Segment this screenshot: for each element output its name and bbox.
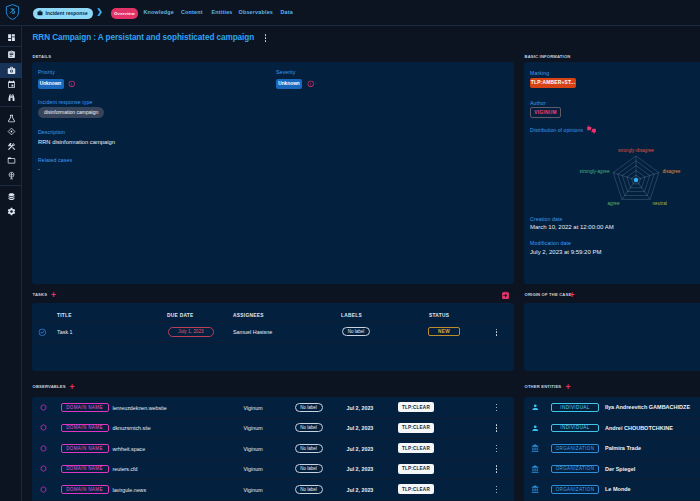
tab-overview-label: Overview	[114, 11, 135, 16]
observables-section-title: OBSERVABLES	[33, 384, 66, 389]
row-divider	[32, 500, 514, 501]
tasks-section-title: TASKS	[33, 292, 48, 297]
observable-marking-chip: TLP:CLEAR	[398, 464, 434, 474]
add-origin-button[interactable]: +	[570, 292, 575, 298]
origin-panel	[524, 303, 700, 371]
sidebar-item-events[interactable]	[0, 78, 22, 92]
observable-author: Viginum	[244, 425, 263, 431]
row-divider	[524, 500, 700, 501]
observable-date: Jul 2, 2023	[347, 425, 374, 431]
entity-row[interactable]: INDIVIDUAL Andreï CHOUBOTCHKINE	[524, 418, 700, 439]
basic-information-panel: Marking TLP:AMBER+ST... Author VIGINUM D…	[524, 62, 700, 284]
add-observable-button[interactable]: +	[70, 384, 75, 390]
hexagon-observable-icon	[40, 445, 47, 452]
binoculars-icon	[7, 93, 16, 102]
sidebar-item-settings[interactable]	[0, 204, 22, 218]
database-icon	[7, 192, 16, 201]
row-divider	[32, 342, 514, 343]
sidebar-item-locations[interactable]	[0, 169, 22, 183]
entity-row[interactable]: ORGANIZATION Le Monde	[524, 479, 700, 500]
opencti-logo-icon[interactable]	[5, 4, 20, 20]
task-row-menu-button[interactable]	[495, 329, 498, 337]
observable-row[interactable]: DOMAIN NAME wrhheit.space Viginum No lab…	[32, 438, 514, 459]
left-sidebar	[0, 26, 22, 501]
description-label: Description	[38, 129, 65, 135]
details-panel: Priority Unknown Severity Unknown Incide…	[32, 62, 514, 284]
observable-type-chip: DOMAIN NAME	[61, 465, 109, 474]
bank-icon	[531, 485, 540, 494]
observable-author: Viginum	[244, 487, 263, 493]
observable-value: lavirgule.news	[113, 487, 147, 493]
severity-value-chip: Unknown	[276, 79, 302, 89]
tasks-column-status[interactable]: STATUS	[429, 313, 449, 318]
entity-name: Palmira Trade	[605, 445, 641, 451]
related-cases-label: Related cases	[38, 157, 72, 163]
go-to-tasks-icon[interactable]	[501, 291, 510, 300]
observable-label-chip: No label	[295, 444, 323, 453]
sidebar-item-techniques[interactable]	[0, 139, 22, 153]
bank-icon	[531, 444, 540, 453]
gear-icon	[7, 207, 16, 216]
observable-row-menu-button[interactable]	[495, 404, 498, 412]
observable-value: wrhheit.space	[113, 446, 146, 452]
sidebar-item-entities[interactable]	[0, 154, 22, 168]
tasks-column-due-date[interactable]: DUE DATE	[167, 313, 194, 318]
author-chip[interactable]: VIGINUM	[530, 107, 561, 118]
sidebar-divider	[0, 46, 22, 47]
priority-info-icon[interactable]	[68, 80, 76, 88]
tasks-column-title[interactable]: TITLE	[57, 313, 72, 318]
tasks-column-assignees[interactable]: ASSIGNEES	[233, 313, 264, 318]
briefcase-icon	[7, 66, 16, 75]
add-task-button[interactable]: +	[51, 292, 56, 298]
tab-observables[interactable]: Observables	[239, 9, 274, 15]
observable-row[interactable]: DOMAIN NAME dknuzsrntch.site Viginum No …	[32, 418, 514, 439]
other-entities-section-title: OTHER ENTITIES	[525, 384, 562, 389]
tools-icon	[7, 142, 16, 151]
tab-overview[interactable]: Overview	[111, 8, 139, 19]
task-title: Task 1	[57, 329, 73, 335]
radar-label-disagree: disagree	[663, 169, 681, 174]
globe-icon	[7, 171, 16, 180]
page-title-menu-button[interactable]	[264, 34, 267, 42]
description-value: RRN disinformation campaign	[38, 139, 115, 145]
entity-row[interactable]: ORGANIZATION Der Spiegel	[524, 459, 700, 480]
sidebar-item-threats[interactable]	[0, 111, 22, 125]
observable-row[interactable]: DOMAIN NAME lenreuzdeknen.website Viginu…	[32, 397, 514, 418]
observable-date: Jul 2, 2023	[347, 487, 374, 493]
observable-date: Jul 2, 2023	[347, 466, 374, 472]
tab-data[interactable]: Data	[281, 9, 293, 15]
tasks-column-labels[interactable]: LABELS	[341, 313, 362, 318]
observable-row[interactable]: DOMAIN NAME reuters.cfd Viginum No label…	[32, 459, 514, 480]
row-divider	[32, 321, 514, 322]
observable-label-chip: No label	[295, 423, 323, 432]
observable-row-menu-button[interactable]	[495, 486, 498, 494]
sidebar-item-analyses[interactable]	[0, 48, 22, 62]
tab-entities[interactable]: Entities	[212, 9, 233, 15]
sidebar-item-observations[interactable]	[0, 91, 22, 105]
radar-grid	[613, 156, 659, 199]
sidebar-item-dashboard[interactable]	[0, 30, 22, 44]
modification-date-label: Modification date	[530, 240, 571, 246]
breadcrumb-chevron-icon: ❯	[97, 7, 103, 16]
tab-content[interactable]: Content	[181, 9, 203, 15]
sidebar-item-cases[interactable]	[0, 63, 22, 78]
entity-row[interactable]: INDIVIDUAL Ilya Andreevitch GAMBACHIDZE	[524, 397, 700, 418]
person-icon	[531, 424, 540, 433]
flask-icon	[7, 114, 16, 123]
observable-row-menu-button[interactable]	[495, 445, 498, 453]
marking-label: Marking	[530, 70, 549, 76]
tab-knowledge[interactable]: Knowledge	[144, 9, 175, 15]
observable-row-menu-button[interactable]	[495, 465, 498, 473]
radar-data-point	[634, 178, 638, 182]
entity-name: Der Spiegel	[605, 466, 635, 472]
entity-row[interactable]: ORGANIZATION Palmira Trade	[524, 438, 700, 459]
observable-row[interactable]: DOMAIN NAME lavirgule.news Viginum No la…	[32, 479, 514, 500]
add-entity-button[interactable]: +	[566, 384, 571, 390]
observable-row-menu-button[interactable]	[495, 424, 498, 432]
sidebar-item-arsenal[interactable]	[0, 125, 22, 139]
sidebar-item-data[interactable]	[0, 189, 22, 203]
radar-label-neutral: neutral	[653, 201, 667, 206]
severity-info-icon[interactable]	[307, 80, 315, 88]
breadcrumb-incident-response-chip[interactable]: Incident response	[33, 8, 93, 19]
thumbs-up-down-icon[interactable]	[587, 125, 596, 134]
